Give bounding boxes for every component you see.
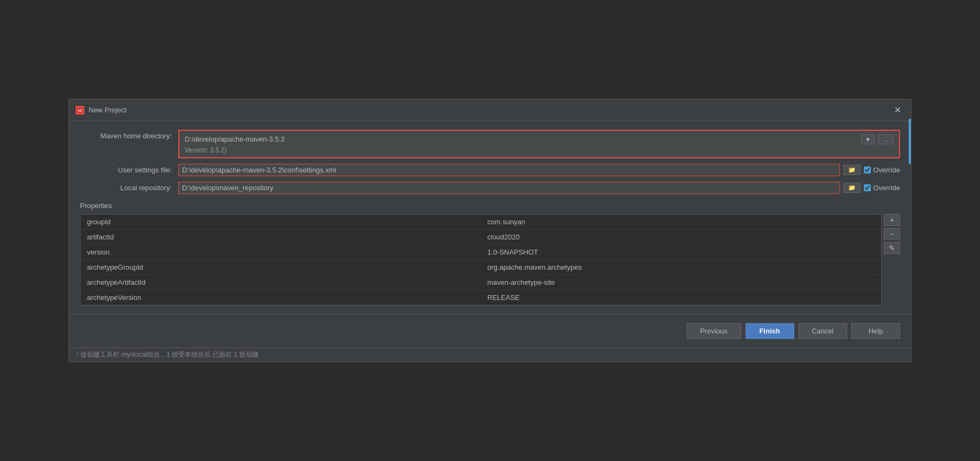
user-settings-input-row: 📁 Override <box>178 164 900 176</box>
maven-home-label: Maven home directory: <box>80 130 172 140</box>
local-repo-row: Local repository: 📁 Override <box>80 182 900 194</box>
maven-version: Version: 3.5.2) <box>185 146 894 154</box>
properties-side-buttons: + − ✎ <box>882 214 900 305</box>
svg-text:IJ: IJ <box>78 108 82 113</box>
table-row[interactable]: archetypeGroupId org.apache.maven.archet… <box>80 260 881 275</box>
finish-button[interactable]: Finish <box>746 323 794 339</box>
local-repo-label: Local repository: <box>80 182 172 192</box>
maven-home-group: ▼ … Version: 3.5.2) <box>178 130 900 158</box>
user-settings-override-label: Override <box>864 166 900 174</box>
dialog-title: New Project <box>89 106 126 114</box>
property-value: cloud2020 <box>481 230 881 245</box>
table-row[interactable]: groupId com.sunyan <box>80 215 881 230</box>
properties-add-button[interactable]: + <box>884 214 900 226</box>
property-key: archetypeArtifactId <box>80 275 481 290</box>
property-key: artifactId <box>80 230 481 245</box>
property-key: version <box>80 245 481 260</box>
local-repo-input[interactable] <box>178 182 840 194</box>
right-accent-bar <box>909 119 911 342</box>
maven-home-input[interactable] <box>185 134 858 144</box>
maven-home-dropdown[interactable]: ▼ <box>861 135 875 144</box>
previous-button[interactable]: Previous <box>687 323 741 339</box>
properties-title: Properties <box>80 202 900 210</box>
user-settings-input[interactable] <box>178 164 840 176</box>
app-icon: IJ <box>76 106 84 115</box>
properties-remove-button[interactable]: − <box>884 228 900 240</box>
local-repo-browse[interactable]: 📁 <box>843 183 861 193</box>
table-row[interactable]: artifactId cloud2020 <box>80 230 881 245</box>
user-settings-row: User settings file: 📁 Override <box>80 164 900 176</box>
properties-section: Properties groupId com.sunyan artifactId… <box>80 202 900 305</box>
table-row[interactable]: archetypeVersion RELEASE <box>80 290 881 305</box>
new-project-dialog: IJ New Project ✕ Maven home directory: ▼… <box>69 99 911 362</box>
properties-edit-button[interactable]: ✎ <box>884 242 900 254</box>
title-bar-left: IJ New Project <box>76 106 126 115</box>
table-row[interactable]: version 1.0-SNAPSHOT <box>80 245 881 260</box>
cancel-button[interactable]: Cancel <box>798 323 847 339</box>
close-button[interactable]: ✕ <box>891 104 904 116</box>
dialog-footer: Previous Finish Cancel Help <box>69 314 911 348</box>
local-repo-override-checkbox[interactable] <box>864 184 871 191</box>
help-button[interactable]: Help <box>851 323 900 339</box>
property-value: org.apache.maven.archetypes <box>481 260 881 275</box>
property-value: maven-archetype-site <box>481 275 881 290</box>
user-settings-label: User settings file: <box>80 164 172 174</box>
user-settings-browse[interactable]: 📁 <box>843 165 861 175</box>
property-value: RELEASE <box>481 290 881 305</box>
local-repo-input-row: 📁 Override <box>178 182 900 194</box>
properties-table-with-side: groupId com.sunyan artifactId cloud2020 … <box>80 214 900 305</box>
maven-home-input-row: ▼ … <box>185 134 894 144</box>
status-text: ↑ 提创建工具栏 mynlocal组合，1 授受本组合后 已面右 1 提创建 <box>76 350 259 359</box>
dialog-body: Maven home directory: ▼ … Version: 3.5.2… <box>69 121 911 314</box>
properties-table-container: groupId com.sunyan artifactId cloud2020 … <box>80 214 882 305</box>
property-value: com.sunyan <box>481 215 881 230</box>
table-row[interactable]: archetypeArtifactId maven-archetype-site <box>80 275 881 290</box>
property-value: 1.0-SNAPSHOT <box>481 245 881 260</box>
user-settings-override-checkbox[interactable] <box>864 166 871 173</box>
status-bar: ↑ 提创建工具栏 mynlocal组合，1 授受本组合后 已面右 1 提创建 <box>69 348 911 362</box>
properties-table-wrapper: groupId com.sunyan artifactId cloud2020 … <box>80 214 882 305</box>
maven-home-browse[interactable]: … <box>878 135 894 144</box>
property-key: archetypeVersion <box>80 290 481 305</box>
properties-table: groupId com.sunyan artifactId cloud2020 … <box>80 215 881 305</box>
local-repo-override-label: Override <box>864 184 900 192</box>
property-key: groupId <box>80 215 481 230</box>
maven-home-row: Maven home directory: ▼ … Version: 3.5.2… <box>80 130 900 158</box>
property-key: archetypeGroupId <box>80 260 481 275</box>
title-bar: IJ New Project ✕ <box>69 99 911 121</box>
